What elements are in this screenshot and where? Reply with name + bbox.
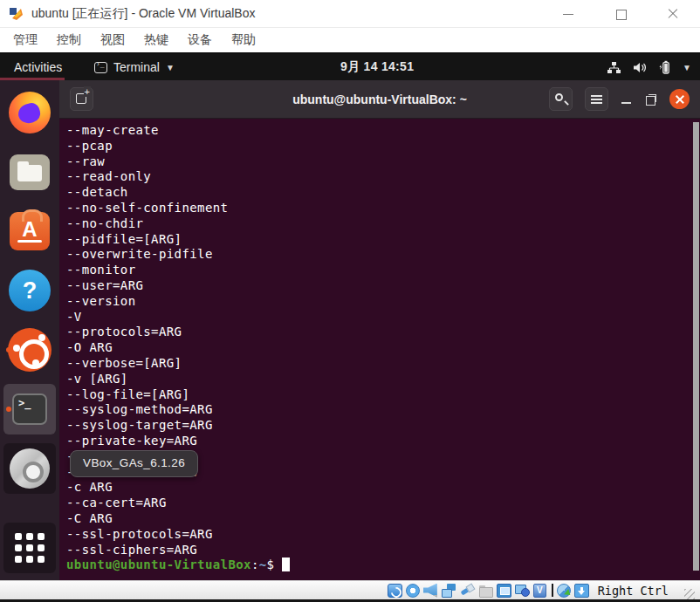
- menubar-item[interactable]: 控制: [47, 30, 91, 51]
- terminal-output-line: --monitor: [66, 263, 691, 278]
- terminal-app-icon: [94, 62, 107, 73]
- menu-button[interactable]: [585, 87, 608, 111]
- terminal-icon: >_: [12, 393, 47, 425]
- terminal-output-line: -C ARG: [66, 511, 691, 527]
- terminal-output-line: --private-key=ARG: [66, 434, 691, 449]
- help-icon: ?: [9, 270, 51, 311]
- menubar-item[interactable]: 设备: [178, 30, 222, 51]
- host-key-label: Right Ctrl: [598, 584, 669, 598]
- shared-folders-icon[interactable]: [478, 584, 493, 598]
- app-grid-icon: [13, 531, 46, 564]
- network-adapters-icon[interactable]: [442, 584, 456, 598]
- terminal-output-line: -O ARG: [66, 340, 691, 356]
- minimize-button[interactable]: [562, 8, 574, 20]
- activities-label: Activities: [14, 60, 62, 74]
- statusbar-separator: [552, 584, 553, 597]
- terminal-output-line: --no-self-confinement: [66, 201, 691, 216]
- activities-button[interactable]: Activities: [0, 54, 76, 80]
- optical-disc-icon[interactable]: [406, 584, 420, 598]
- hard-disk-icon[interactable]: [388, 584, 402, 598]
- terminal-output-line: -c ARG: [66, 480, 691, 496]
- virtualbox-app-icon: [9, 7, 24, 21]
- keyboard-capture-icon[interactable]: [574, 584, 589, 598]
- terminal-output-line: --ssl-protocols=ARG: [66, 527, 691, 543]
- close-button[interactable]: [667, 8, 679, 20]
- menubar-item[interactable]: 视图: [91, 30, 134, 51]
- app-menu-label: Terminal: [113, 60, 160, 74]
- mouse-integration-icon[interactable]: [557, 584, 571, 598]
- dock-item-help[interactable]: ?: [3, 265, 56, 316]
- terminal-output-line: --may-create: [66, 123, 691, 139]
- clock[interactable]: 9月 14 14:51: [340, 54, 414, 80]
- terminal-window: ubuntu@ubuntu-VirtualBox: ~ --may-create…: [59, 80, 700, 580]
- virtualbox-window: ubuntu [正在运行] - Oracle VM VirtualBox 管理控…: [0, 0, 700, 602]
- text-cursor: [282, 558, 290, 571]
- menubar-item[interactable]: 帮助: [222, 30, 265, 51]
- dock-item-ubuntu-desktop[interactable]: [3, 325, 56, 375]
- tooltip: VBox_GAs_6.1.26: [70, 450, 198, 477]
- window-title: ubuntu [正在运行] - Oracle VM VirtualBox: [31, 6, 562, 22]
- battery-icon: [659, 60, 671, 74]
- terminal-output-line: --ca-cert=ARG: [66, 496, 691, 511]
- dock-item-show-applications[interactable]: [3, 523, 56, 573]
- dock-item-terminal[interactable]: >_: [3, 384, 56, 434]
- terminal-output-line: --pidfile=[ARG]: [66, 232, 691, 248]
- search-button[interactable]: [549, 87, 573, 111]
- terminal-restore-button[interactable]: [645, 93, 657, 106]
- recording-icon[interactable]: [515, 584, 530, 598]
- terminal-output-line: --pcap: [66, 139, 691, 154]
- scrollbar[interactable]: [693, 122, 699, 571]
- terminal-output-line: --syslog-method=ARG: [66, 402, 691, 418]
- prompt-colon: :: [251, 558, 259, 571]
- terminal-output-line: -V: [66, 310, 691, 325]
- terminal-output-line: --user=ARG: [66, 278, 691, 294]
- terminal-output-line: --verbose=[ARG]: [66, 356, 691, 372]
- system-tray[interactable]: ▼: [607, 54, 691, 80]
- optical-disc-icon: [10, 448, 50, 489]
- prompt-dollar: $: [267, 558, 275, 571]
- prompt-path: ~: [259, 558, 267, 571]
- dock-item-firefox[interactable]: [3, 87, 56, 138]
- dock-item-optical-disc[interactable]: [3, 443, 56, 494]
- usb-icon[interactable]: [460, 584, 475, 598]
- display-icon[interactable]: [497, 584, 511, 598]
- maximize-button[interactable]: [614, 8, 627, 20]
- new-tab-button[interactable]: [70, 87, 93, 111]
- prompt-user-host: ubuntu@ubuntu-VirtualBox: [66, 558, 251, 571]
- guest-screen: Activities Terminal ▼ 9月 14 14:51: [0, 54, 700, 580]
- terminal-output-line: --syslog-target=ARG: [66, 418, 691, 434]
- statusbar: V Right Ctrl: [0, 580, 700, 599]
- terminal-output-line: --protocols=ARG: [66, 325, 691, 340]
- terminal-output[interactable]: --may-create--pcap--raw--read-only--deta…: [59, 119, 700, 580]
- terminal-output-line: --version: [66, 294, 691, 310]
- terminal-output-line: -v [ARG]: [66, 372, 691, 387]
- dock: A ? >_: [0, 80, 59, 580]
- terminal-output-line: --log-file=[ARG]: [66, 387, 691, 403]
- terminal-headerbar[interactable]: ubuntu@ubuntu-VirtualBox: ~: [59, 80, 700, 119]
- chevron-down-icon: ▼: [166, 63, 175, 72]
- hamburger-icon: [591, 95, 602, 97]
- dock-item-files[interactable]: [3, 147, 56, 197]
- terminal-output-line: --raw: [66, 154, 691, 170]
- files-icon: [10, 154, 50, 190]
- help-glyph: ?: [23, 277, 38, 304]
- terminal-output-line: --read-only: [66, 169, 691, 185]
- menubar-item[interactable]: 管理: [3, 30, 47, 51]
- terminal-minimize-button[interactable]: [621, 93, 633, 106]
- resize-grip[interactable]: [684, 589, 695, 599]
- search-icon: [555, 93, 563, 101]
- menubar: 管理控制视图热键设备帮助: [0, 28, 700, 52]
- terminal-prompt: ubuntu@ubuntu-VirtualBox:~$: [66, 558, 691, 573]
- gnome-topbar: Activities Terminal ▼ 9月 14 14:51: [0, 54, 700, 80]
- terminal-output-line: --ssl-ciphers=ARG: [66, 543, 691, 558]
- terminal-close-button[interactable]: [669, 89, 690, 109]
- software-letter: A: [22, 217, 37, 242]
- ubuntu-logo-icon: [8, 328, 51, 372]
- running-indicator: [6, 407, 11, 412]
- terminal-output-line: --detach: [66, 185, 691, 201]
- features-chip-icon[interactable]: V: [533, 584, 546, 598]
- app-menu-button[interactable]: Terminal ▼: [94, 54, 175, 80]
- audio-icon[interactable]: [423, 584, 438, 598]
- menubar-item[interactable]: 热键: [134, 30, 178, 51]
- dock-item-ubuntu-software[interactable]: A: [3, 206, 56, 257]
